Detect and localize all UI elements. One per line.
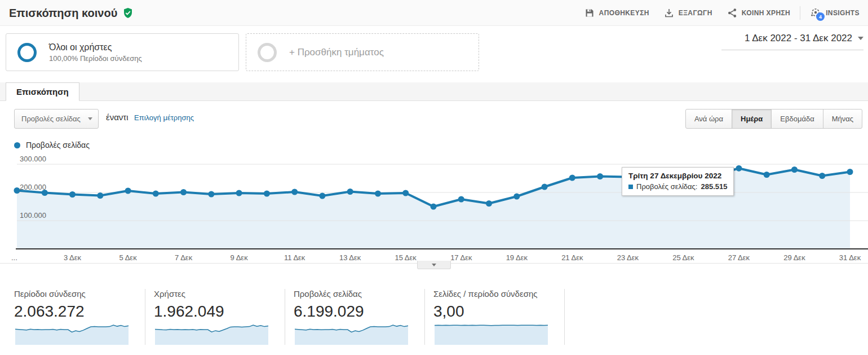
x-axis-tick-label: 17 Δεκ	[450, 253, 472, 262]
chart-point[interactable]	[486, 200, 492, 207]
add-segment-button[interactable]: + Προσθήκη τμήματος	[246, 33, 479, 71]
x-axis-tick-label: 25 Δεκ	[672, 253, 694, 262]
main-content: Προβολές σελίδας έναντι Επιλογή μέτρησης…	[0, 101, 868, 355]
stat-card: Χρήστες1.962.049	[145, 289, 285, 345]
share-button[interactable]: ΚΟΙΝΗ ΧΡΗΣΗ	[720, 0, 798, 26]
x-axis-tick-label: 13 Δεκ	[339, 253, 361, 262]
chart-tooltip: Τρίτη 27 Δεκεμβρίου 2022 Προβολές σελίδα…	[622, 167, 734, 196]
x-axis-tick-label: 27 Δεκ	[728, 253, 750, 262]
granularity-μήνας[interactable]: Μήνας	[823, 109, 862, 129]
verified-shield-icon	[122, 7, 134, 19]
chart-point[interactable]	[513, 194, 520, 200]
audience-overview-page: Επισκόπηση κοινού ΑΠΟΘΗΚΕΥΣΗΕΞΑΓΩΓΗΚΟΙΝΗ…	[0, 0, 868, 355]
stat-sparkline	[154, 323, 269, 345]
stat-card: Προβολές σελίδας6.199.029	[285, 289, 425, 345]
chart-point[interactable]	[402, 190, 409, 196]
chart-point[interactable]	[180, 189, 187, 195]
tooltip-date: Τρίτη 27 Δεκεμβρίου 2022	[628, 172, 727, 180]
chevron-down-icon	[88, 117, 92, 120]
granularity-ανά-ώρα[interactable]: Ανά ώρα	[685, 109, 732, 129]
chart-point[interactable]	[764, 172, 770, 178]
tab-strip: Επισκόπηση	[0, 82, 868, 101]
export-button[interactable]: ΕΞΑΓΩΓΗ	[657, 0, 720, 26]
chart-point[interactable]	[736, 165, 742, 172]
stat-sparkline	[433, 323, 549, 345]
chart-point[interactable]	[69, 191, 76, 198]
chart-point[interactable]	[347, 189, 353, 195]
x-axis-tick-label: 5 Δεκ	[119, 253, 138, 262]
chart-point[interactable]	[375, 191, 381, 197]
segment-subtitle: 100,00% Περίοδοι σύνδεσης	[49, 54, 142, 63]
x-axis-tick-label: 21 Δεκ	[561, 253, 583, 262]
stat-value: 3,00	[433, 303, 556, 321]
stat-label: Περίοδοι σύνδεσης	[14, 289, 137, 299]
date-range-selector[interactable]: 1 Δεκ 2022 - 31 Δεκ 2022	[721, 33, 863, 50]
save-icon	[584, 8, 595, 18]
header-bar: Επισκόπηση κοινού ΑΠΟΘΗΚΕΥΣΗΕΞΑΓΩΓΗΚΟΙΝΗ…	[0, 0, 868, 26]
x-axis-tick-label: 15 Δεκ	[395, 253, 417, 262]
x-axis-tick-label: 19 Δεκ	[506, 253, 528, 262]
stat-label: Χρήστες	[154, 289, 277, 299]
chart-point[interactable]	[791, 166, 798, 173]
chart-point[interactable]	[458, 196, 464, 203]
insights-button[interactable]: 4INSIGHTS	[803, 0, 867, 26]
metric-select-value: Προβολές σελίδας	[21, 115, 81, 123]
chevron-down-icon	[432, 264, 436, 266]
segment-ring-icon	[258, 43, 277, 62]
x-axis-tick-label: 31 Δεκ	[839, 253, 861, 262]
page-title: Επισκόπηση κοινού	[9, 7, 117, 20]
tab-overview[interactable]: Επισκόπηση	[6, 82, 79, 101]
granularity-εβδομάδα[interactable]: Εβδομάδα	[771, 109, 823, 129]
x-axis-tick-label: 9 Δεκ	[231, 253, 249, 262]
granularity-ημέρα[interactable]: Ημέρα	[732, 109, 772, 129]
chart-point[interactable]	[236, 190, 242, 196]
stat-label: Προβολές σελίδας	[294, 289, 417, 299]
pageviews-chart[interactable]: 100.000200.000300.000...3 Δεκ5 Δεκ7 Δεκ9…	[0, 155, 868, 262]
chart-point[interactable]	[97, 192, 103, 199]
insights-count-badge: 4	[816, 12, 825, 21]
add-segment-label: + Προσθήκη τμήματος	[289, 47, 384, 58]
chart-point[interactable]	[597, 173, 603, 179]
segment-all-users[interactable]: Όλοι οι χρήστες 100,00% Περίοδοι σύνδεση…	[6, 33, 239, 71]
stat-value: 1.962.049	[154, 303, 277, 321]
chart-point[interactable]	[431, 204, 437, 210]
chart-point[interactable]	[153, 191, 159, 197]
stat-label: Σελίδες / περίοδο σύνδεσης	[433, 289, 556, 299]
chart-point[interactable]	[847, 169, 853, 175]
chart-point[interactable]	[291, 189, 298, 195]
segment-title: Όλοι οι χρήστες	[49, 42, 142, 52]
chart-point[interactable]	[125, 188, 131, 194]
segment-ring-icon	[17, 43, 37, 62]
stat-sparkline	[294, 323, 409, 345]
chart-point[interactable]	[542, 184, 548, 190]
chart-point[interactable]	[319, 193, 325, 199]
date-range-text: 1 Δεκ 2022 - 31 Δεκ 2022	[745, 33, 852, 44]
tooltip-series-swatch	[628, 185, 633, 189]
chart-point[interactable]	[569, 175, 575, 181]
metric-select-dropdown[interactable]: Προβολές σελίδας	[14, 109, 99, 129]
segments-section: Όλοι οι χρήστες 100,00% Περίοδοι σύνδεση…	[0, 26, 868, 82]
x-axis-overflow-label: ...	[11, 253, 17, 262]
chart-point[interactable]	[208, 191, 214, 198]
chart-point[interactable]	[14, 187, 20, 194]
save-button[interactable]: ΑΠΟΘΗΚΕΥΣΗ	[577, 0, 657, 26]
summary-stats: Περίοδοι σύνδεσης2.063.272Χρήστες1.962.0…	[14, 289, 565, 345]
stat-card: Περίοδοι σύνδεσης2.063.272	[14, 289, 145, 345]
legend-dot-icon	[14, 142, 20, 148]
share-icon	[727, 8, 737, 18]
insights-icon: 4	[810, 7, 821, 19]
legend-label: Προβολές σελίδας	[26, 141, 90, 150]
annotations-expander[interactable]	[417, 261, 451, 269]
stat-value: 2.063.272	[14, 303, 137, 321]
y-axis-tick-label: 300.000	[20, 155, 46, 163]
x-axis-tick-label: 23 Δεκ	[617, 253, 639, 262]
chart-legend: Προβολές σελίδας	[14, 141, 90, 150]
select-metric-link[interactable]: Επιλογή μέτρησης	[134, 113, 194, 122]
chart-point[interactable]	[42, 190, 48, 196]
stat-sparkline	[14, 323, 130, 345]
chart-point[interactable]	[819, 173, 825, 179]
action-label: ΕΞΑΓΩΓΗ	[679, 9, 712, 17]
versus-label: έναντι	[106, 112, 129, 122]
stat-value: 6.199.029	[294, 303, 417, 321]
chart-point[interactable]	[264, 191, 270, 197]
